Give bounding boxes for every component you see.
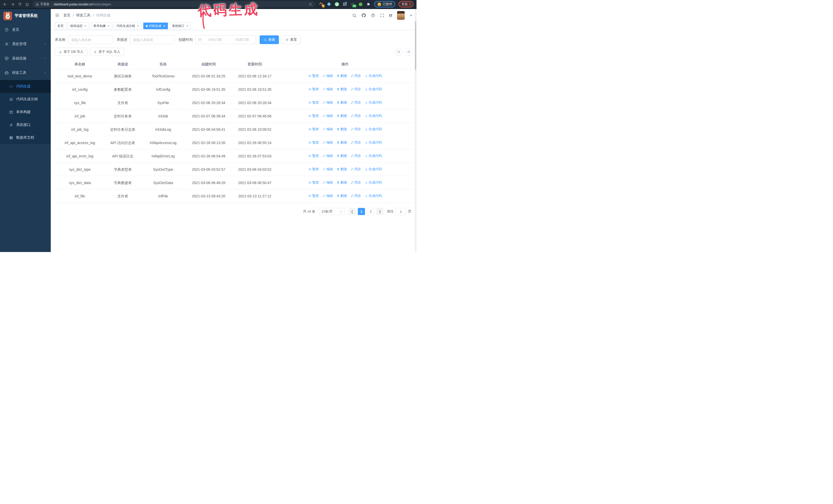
date-range-picker[interactable]: 开始日期 - 结束日期 [195, 35, 256, 44]
sidebar-item-首页[interactable]: 首页 [0, 23, 51, 37]
reload-icon[interactable] [18, 2, 22, 6]
reset-button[interactable]: 重置 [281, 35, 301, 44]
生成代码-link[interactable]: 生成代码 [365, 153, 382, 159]
sidebar-subitem-表单构建[interactable]: 表单构建 [0, 105, 51, 118]
tab-首页[interactable]: 首页 [55, 23, 66, 29]
fullscreen-icon[interactable] [380, 13, 384, 18]
同步-link[interactable]: 同步 [351, 126, 361, 132]
avatar[interactable] [397, 11, 405, 20]
green-creature-extension-icon[interactable] [358, 2, 363, 7]
browser-menu-icon[interactable] [410, 3, 410, 6]
hamburger-icon[interactable] [55, 13, 60, 18]
预览-link[interactable]: 预览 [308, 87, 319, 92]
同步-link[interactable]: 同步 [351, 153, 361, 159]
green-v-extension-icon[interactable]: V [334, 2, 339, 7]
scrollbar-thumb[interactable] [415, 21, 416, 70]
删除-link[interactable]: 删除 [336, 87, 347, 92]
预览-link[interactable]: 预览 [308, 193, 319, 199]
预览-link[interactable]: 预览 [308, 166, 319, 172]
编辑-link[interactable]: 编辑 [323, 73, 333, 79]
预览-link[interactable]: 预览 [308, 126, 319, 132]
预览-link[interactable]: 预览 [308, 113, 319, 119]
refresh-table-button[interactable] [405, 48, 412, 56]
预览-link[interactable]: 预览 [308, 140, 319, 145]
预览-link[interactable]: 预览 [308, 180, 319, 185]
生成代码-link[interactable]: 生成代码 [365, 193, 382, 199]
sidebar-item-基础设施[interactable]: 基础设施 [0, 51, 51, 66]
sidebar-item-研发工具[interactable]: 研发工具 [0, 66, 51, 80]
table-name-input[interactable] [68, 35, 113, 44]
next-page-button[interactable]: ❯ [376, 208, 383, 215]
toggle-search-button[interactable] [395, 48, 402, 56]
sidebar-subitem-数据库文档[interactable]: 数据库文档 [0, 131, 51, 144]
删除-link[interactable]: 删除 [336, 73, 347, 79]
同步-link[interactable]: 同步 [351, 140, 361, 145]
security-warning[interactable]: 不安全 [35, 2, 49, 6]
goto-page-input[interactable] [396, 208, 406, 215]
page-size-select[interactable]: 10条/页 ▼ [319, 208, 345, 215]
import-sql-button[interactable]: 基于 SQL 导入 [90, 48, 124, 56]
删除-link[interactable]: 删除 [336, 140, 347, 145]
table-desc-input[interactable] [130, 35, 175, 44]
编辑-link[interactable]: 编辑 [323, 166, 333, 172]
search-icon[interactable] [352, 13, 357, 18]
close-icon[interactable]: ✕ [186, 24, 188, 28]
close-icon[interactable]: ✕ [84, 24, 87, 28]
编辑-link[interactable]: 编辑 [323, 140, 333, 145]
github-icon[interactable] [361, 13, 366, 18]
tab-链路追踪[interactable]: 链路追踪✕ [68, 23, 89, 29]
编辑-link[interactable]: 编辑 [323, 87, 333, 92]
home-icon[interactable] [25, 2, 29, 6]
同步-link[interactable]: 同步 [351, 73, 361, 79]
chevron-down-icon[interactable]: ▼ [410, 14, 412, 17]
import-db-button[interactable]: 基于 DB 导入 [55, 48, 87, 56]
生成代码-link[interactable]: 生成代码 [365, 140, 382, 145]
breadcrumb-item-研发工具[interactable]: 研发工具 [76, 13, 91, 18]
预览-link[interactable]: 预览 [308, 73, 319, 79]
tab-表单构建[interactable]: 表单构建✕ [91, 23, 112, 29]
删除-link[interactable]: 删除 [336, 166, 347, 172]
page-button-2[interactable]: 2 [367, 208, 374, 215]
预览-link[interactable]: 预览 [308, 100, 319, 105]
同步-link[interactable]: 同步 [351, 100, 361, 105]
编辑-link[interactable]: 编辑 [323, 126, 333, 132]
close-icon[interactable]: ✕ [137, 24, 139, 28]
编辑-link[interactable]: 编辑 [323, 113, 333, 119]
生成代码-link[interactable]: 生成代码 [365, 126, 382, 132]
同步-link[interactable]: 同步 [351, 166, 361, 172]
back-icon[interactable] [3, 2, 7, 6]
删除-link[interactable]: 删除 [336, 113, 347, 119]
bookmark-star-icon[interactable]: ☆ [309, 2, 312, 7]
生成代码-link[interactable]: 生成代码 [365, 73, 382, 79]
生成代码-link[interactable]: 生成代码 [365, 180, 382, 185]
生成代码-link[interactable]: 生成代码 [365, 100, 382, 105]
font-size-icon[interactable]: tT [389, 13, 392, 18]
tab-系统接口[interactable]: 系统接口✕ [169, 23, 191, 29]
删除-link[interactable]: 删除 [336, 180, 347, 185]
编辑-link[interactable]: 编辑 [323, 180, 333, 185]
生成代码-link[interactable]: 生成代码 [365, 113, 382, 119]
close-icon[interactable]: ✕ [163, 24, 165, 28]
sidebar-subitem-代码生成示例[interactable]: 代码生成示例 [0, 93, 51, 105]
sidebar-subitem-系统接口[interactable]: 系统接口 [0, 118, 51, 131]
删除-link[interactable]: 删除 [336, 100, 347, 105]
生成代码-link[interactable]: 生成代码 [365, 166, 382, 172]
sidebar-subitem-代码生成[interactable]: 代码生成 [0, 80, 51, 93]
tab-代码生成示例[interactable]: 代码生成示例✕ [114, 23, 142, 29]
update-browser-button[interactable]: 更新 [399, 1, 413, 7]
orange-ring-extension-icon[interactable]: 1 [318, 2, 323, 7]
paused-extension-pill[interactable]: 已暂停 [374, 1, 395, 7]
生成代码-link[interactable]: 生成代码 [365, 87, 382, 92]
dark-on-extension-icon[interactable]: on [350, 2, 355, 7]
prev-page-button[interactable]: ❮ [349, 208, 356, 215]
tab-代码生成[interactable]: 代码生成✕ [143, 23, 168, 29]
删除-link[interactable]: 删除 [336, 126, 347, 132]
编辑-link[interactable]: 编辑 [323, 193, 333, 199]
search-button[interactable]: 搜索 [260, 35, 279, 44]
columns-extension-icon[interactable] [342, 2, 347, 7]
help-icon[interactable] [371, 13, 375, 18]
blue-gem-extension-icon[interactable] [327, 2, 331, 7]
sidebar-item-系统管理[interactable]: 系统管理 [0, 37, 51, 51]
page-button-1[interactable]: 1 [358, 208, 365, 215]
删除-link[interactable]: 删除 [336, 193, 347, 199]
